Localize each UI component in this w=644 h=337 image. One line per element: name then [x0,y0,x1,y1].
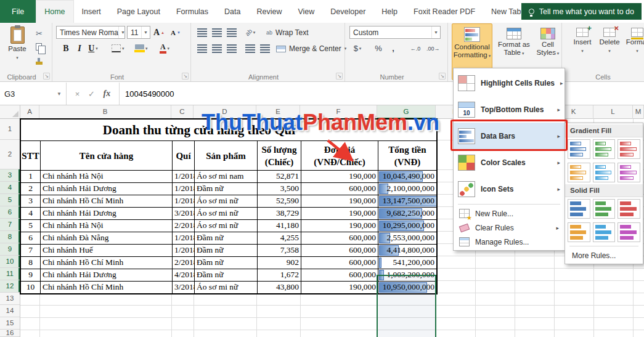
cell-G6[interactable]: 9,682,250,000 [378,207,436,219]
cell-G10[interactable]: 541,200,000 [378,256,436,269]
cell-A12[interactable]: 10 [21,281,40,293]
row-header-10[interactable]: 10 [0,256,20,268]
cell-C6[interactable]: 3/2018 [172,207,194,219]
underline-button[interactable]: U▾ [87,42,99,55]
cell-F6[interactable]: 190,000 [301,207,378,219]
wrap-text-button[interactable]: Wrap Text [266,26,309,39]
row-header-16[interactable]: 16 [0,330,20,337]
cf-menu-item-new-rule[interactable]: New Rule... [454,206,565,221]
ribbon-tab-file[interactable]: File [0,0,36,23]
cell-B7[interactable]: Chi nhánh Hà Nội [40,219,172,232]
font-color-button[interactable]: A▾ [158,42,171,55]
cell-C10[interactable]: 2/2018 [172,256,194,269]
cell-G5[interactable]: 13,147,500,000 [378,195,436,207]
cell-E3[interactable]: 52,871 [257,170,301,182]
fill-color-button[interactable]: ▾ [135,42,148,55]
cell-B3[interactable]: Chi nhánh Hà Nội [40,170,172,182]
cell-E5[interactable]: 52,590 [257,195,301,207]
cancel-entry-icon[interactable]: × [75,89,80,99]
data-bar-swatch-solid-green[interactable] [593,199,616,219]
cell-D8[interactable]: Đầm nữ [194,232,257,244]
decrease-decimal-button[interactable]: .00→ [426,42,440,55]
orientation-button[interactable]: ▾ [244,26,256,39]
column-header-l[interactable]: L [593,105,633,119]
cell-C11[interactable]: 4/2018 [172,269,194,281]
cell-B5[interactable]: Chi nhánh Hồ Chí Minh [40,195,172,207]
cell-A4[interactable]: 2 [21,182,40,195]
merge-center-button[interactable]: Merge & Center ▾ [276,42,346,55]
cell-C3[interactable]: 1/2018 [172,170,194,182]
cell-C12[interactable]: 3/2018 [172,281,194,293]
format-painter-button[interactable] [36,55,49,67]
cell-G2[interactable]: Tổng tiền (VNĐ) [378,141,436,170]
column-header-a[interactable]: A [20,105,39,119]
cf-menu-item-icon-sets[interactable]: Icon Sets▸ [454,176,565,202]
cell-G8[interactable]: 2,553,000,000 [378,232,436,244]
formula-input[interactable]: 10045490000 [120,83,644,105]
font-dialog-launcher[interactable]: ↘ [182,73,189,79]
cell-G7[interactable]: 10,295,000,000 [378,219,436,232]
cell-E4[interactable]: 3,500 [257,182,301,195]
cell-D11[interactable]: Đầm nữ [194,269,257,281]
cell-B8[interactable]: Chi nhánh Đà Nẵng [40,232,172,244]
row-header-11[interactable]: 11 [0,268,20,280]
cell-E2[interactable]: Số lượng (Chiếc) [257,141,301,170]
cell-D2[interactable]: Sản phẩm [194,141,257,170]
italic-button[interactable]: I [73,42,86,55]
borders-button[interactable]: ▾ [112,42,124,55]
ribbon-tab-insert[interactable]: Insert [74,0,109,23]
cell-B12[interactable]: Chi nhánh Hồ Chí Minh [40,281,172,293]
data-bar-swatch-solid-orange[interactable] [568,222,590,242]
cell-B9[interactable]: Chi nhánh Huế [40,244,172,256]
cell-G4[interactable]: 2,100,000,000 [378,182,436,195]
cf-menu-item-data-bars[interactable]: Data Bars▸ [454,123,565,149]
cell-F8[interactable]: 600,000 [301,232,378,244]
ribbon-tab-page-layout[interactable]: Page Layout [109,0,168,23]
number-format-combobox[interactable]: Custom ▼ [349,26,441,39]
cell-F12[interactable]: 190,000 [301,281,378,293]
column-header-m[interactable]: M [633,105,644,119]
increase-font-size-button[interactable]: A▲ [153,26,165,39]
row-header-7[interactable]: 7 [0,219,20,231]
ribbon-tab-help[interactable]: Help [373,0,406,23]
number-dialog-launcher[interactable]: ↘ [439,73,446,79]
cell-D5[interactable]: Áo sơ mi nữ [194,195,257,207]
ribbon-tab-review[interactable]: Review [248,0,290,23]
align-right-button[interactable] [226,42,238,55]
decrease-font-size-button[interactable]: A▼ [169,26,182,39]
increase-indent-button[interactable] [259,42,271,55]
insert-function-icon[interactable]: fx [104,89,111,99]
ribbon-tab-view[interactable]: View [290,0,322,23]
copy-button[interactable] [36,41,49,53]
cell-C7[interactable]: 2/2018 [172,219,194,232]
row-header-13[interactable]: 13 [0,293,20,305]
cell-C9[interactable]: 1/2018 [172,244,194,256]
cell-A11[interactable]: 9 [21,269,40,281]
cell-D4[interactable]: Đầm nữ [194,182,257,195]
cell-B11[interactable]: Chi nhánh Hải Dương [40,269,172,281]
cf-menu-item-highlight-cells-rules[interactable]: Highlight Cells Rules▸ [454,70,565,96]
row-header-3[interactable]: 3 [0,169,20,182]
cell-F4[interactable]: 600,000 [301,182,378,195]
column-header-b[interactable]: B [39,105,171,119]
comma-style-button[interactable]: , [387,42,399,55]
tell-me-box[interactable]: Tell me what you want to do [521,3,642,20]
row-header-2[interactable]: 2 [0,140,20,169]
cell-E9[interactable]: 7,358 [257,244,301,256]
row-header-1[interactable]: 1 [0,119,20,140]
percent-style-button[interactable]: % [372,42,385,55]
ribbon-tab-foxit-reader-pdf[interactable]: Foxit Reader PDF [406,0,483,23]
cell-F11[interactable]: 600,000 [301,269,378,281]
ribbon-tab-home[interactable]: Home [36,0,73,23]
cf-menu-item-top-bottom-rules[interactable]: Top/Bottom Rules▸ [454,96,565,123]
align-bottom-button[interactable] [226,26,238,39]
bold-button[interactable]: B [60,42,72,55]
cell-A10[interactable]: 8 [21,256,40,269]
cell-D3[interactable]: Áo sơ mi nam [194,170,257,182]
cf-menu-item-color-scales[interactable]: Color Scales▸ [454,149,565,176]
data-bar-swatch-gradient-red[interactable] [618,139,640,159]
cell-E11[interactable]: 1,672 [257,269,301,281]
data-bar-swatch-solid-blue[interactable] [568,199,590,219]
cell-G9[interactable]: 4,414,800,000 [378,244,436,256]
cell-D6[interactable]: Áo sơ mi nữ [194,207,257,219]
